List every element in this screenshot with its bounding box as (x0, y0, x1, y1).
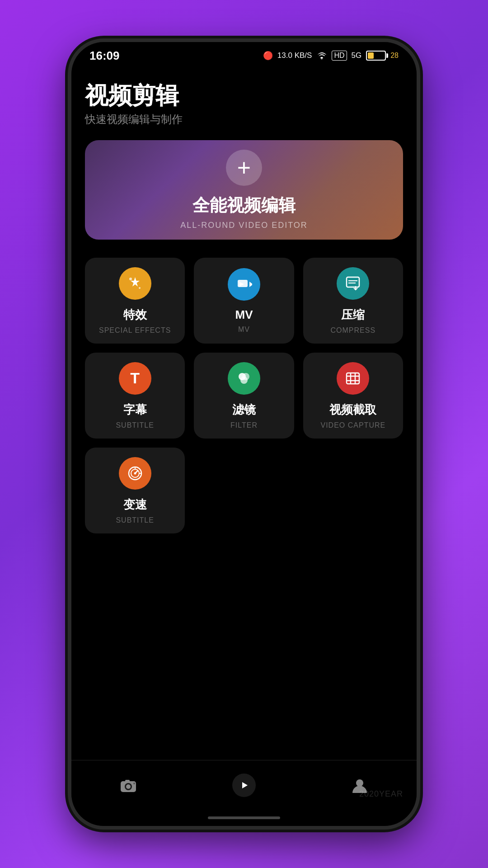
status-time: 16:09 (89, 49, 120, 63)
video-capture-label-cn: 视频截取 (329, 402, 376, 418)
svg-point-0 (129, 278, 132, 280)
svg-point-1 (139, 287, 141, 289)
feature-card-mv[interactable]: ▶ MV MV (194, 258, 294, 344)
home-bar (208, 816, 280, 819)
watermark: 2020YEAR (359, 789, 403, 799)
feature-grid-row-2: T 字幕 SUBTITLE 滤镜 FILTER (85, 353, 403, 439)
filter-icon (228, 362, 260, 395)
app-header: 视频剪辑 快速视频编辑与制作 (85, 83, 403, 127)
battery-icon: 28 (366, 51, 399, 61)
video-capture-label-en: VIDEO CAPTURE (320, 421, 385, 429)
compress-label-en: COMPRESS (331, 326, 376, 335)
speed-label-cn: 变速 (123, 497, 147, 513)
network-speed: 13.0 KB/S (277, 51, 312, 60)
mv-icon: ▶ (228, 268, 260, 301)
main-editor-label-cn: 全能视频编辑 (192, 194, 296, 217)
feature-card-video-capture[interactable]: 视频截取 VIDEO CAPTURE (303, 353, 403, 439)
bottom-nav (71, 760, 417, 810)
phone-frame: 16:09 🔴 13.0 KB/S HD 5G 28 视频剪辑 快速视频编辑与制… (68, 38, 420, 830)
feature-card-speed[interactable]: 变速 SUBTITLE (85, 448, 185, 533)
feature-grid-row-1: 特效 SPECIAL EFFECTS ▶ MV MV (85, 258, 403, 344)
feature-card-filter[interactable]: 滤镜 FILTER (194, 353, 294, 439)
feature-card-special-effects[interactable]: 特效 SPECIAL EFFECTS (85, 258, 185, 344)
feature-card-subtitle[interactable]: T 字幕 SUBTITLE (85, 353, 185, 439)
filter-label-cn: 滤镜 (232, 402, 256, 418)
feature-grid-row-3: 变速 SUBTITLE (85, 448, 403, 533)
svg-rect-13 (347, 373, 359, 384)
svg-marker-3 (249, 282, 252, 287)
svg-point-28 (133, 783, 135, 784)
filter-label-en: FILTER (230, 421, 258, 429)
svg-rect-27 (125, 780, 130, 783)
plus-icon: + (226, 150, 262, 186)
svg-point-23 (134, 472, 136, 474)
mv-label-en: MV (238, 326, 250, 334)
hd-badge: HD (332, 51, 347, 61)
subtitle-label-cn: 字幕 (123, 402, 147, 418)
status-icons: 🔴 13.0 KB/S HD 5G 28 (263, 51, 399, 61)
subtitle-label-en: SUBTITLE (116, 421, 154, 429)
compress-icon (337, 267, 369, 300)
video-capture-icon (337, 362, 369, 395)
nav-play[interactable] (232, 774, 256, 797)
play-button[interactable] (232, 774, 256, 797)
feature-card-compress[interactable]: 压缩 COMPRESS (303, 258, 403, 344)
speed-label-en: SUBTITLE (116, 516, 154, 524)
bluetooth-icon: 🔴 (263, 51, 273, 61)
app-subtitle: 快速视频编辑与制作 (85, 112, 403, 127)
svg-point-30 (356, 779, 363, 787)
special-effects-label-en: SPECIAL EFFECTS (99, 326, 171, 335)
svg-marker-29 (242, 782, 248, 788)
main-editor-label-en: ALL-ROUND VIDEO EDITOR (180, 221, 308, 230)
svg-point-26 (126, 784, 131, 789)
speed-icon (119, 457, 151, 490)
home-indicator (71, 810, 417, 826)
mv-label-cn: MV (235, 308, 253, 322)
svg-text:▶: ▶ (239, 281, 244, 287)
compress-label-cn: 压缩 (341, 307, 365, 323)
special-effects-label-cn: 特效 (123, 307, 147, 323)
main-editor-button[interactable]: + 全能视频编辑 ALL-ROUND VIDEO EDITOR (85, 140, 403, 240)
camera-icon (119, 776, 138, 795)
svg-point-12 (240, 377, 248, 384)
signal-badge: 5G (352, 51, 362, 60)
wifi-icon (316, 51, 327, 60)
nav-camera[interactable] (119, 776, 138, 795)
app-title: 视频剪辑 (85, 83, 403, 108)
subtitle-icon: T (119, 362, 151, 395)
special-effects-icon (119, 267, 151, 300)
status-bar: 16:09 🔴 13.0 KB/S HD 5G 28 (71, 42, 417, 69)
svg-rect-6 (347, 277, 359, 287)
app-content: 视频剪辑 快速视频编辑与制作 + 全能视频编辑 ALL-ROUND VIDEO … (71, 69, 417, 760)
